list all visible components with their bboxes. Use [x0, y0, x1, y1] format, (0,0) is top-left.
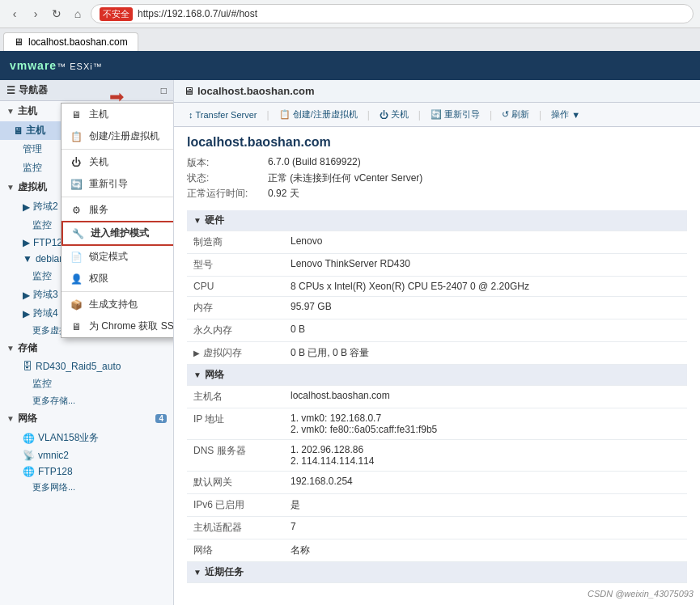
gateway-value: 192.168.0.254	[284, 472, 687, 494]
sidebar-header-label: 导航器	[19, 83, 48, 97]
status-label: 状态:	[187, 171, 260, 185]
table-row-network-name: 网络 名称	[187, 539, 687, 562]
refresh-icon: ↺	[502, 109, 509, 120]
network-expand-icon: ▼	[193, 370, 202, 379]
ctx-item-reboot[interactable]: 🔄 重新引导	[62, 173, 174, 195]
product-text: ™ ESXi™	[57, 61, 103, 71]
address-text: https://192.168.0.7/ui/#/host	[138, 8, 257, 19]
network-name-label: 网络	[187, 539, 284, 562]
vm-triangle-icon: ▼	[6, 183, 15, 192]
ctx-ssh-icon: 🖥	[70, 320, 83, 333]
active-tab[interactable]: 🖥 localhost.baoshan.com	[3, 32, 138, 51]
address-bar[interactable]: 不安全 https://192.168.0.7/ui/#/host	[91, 4, 694, 23]
ctx-item-services[interactable]: ⚙ 服务 ▶	[62, 199, 174, 221]
ipv6-value: 是	[284, 494, 687, 517]
cpu-label: CPU	[187, 277, 284, 297]
table-row-ip: IP 地址 1. vmk0: 192.168.0.7 2. vmk0: fe80…	[187, 408, 687, 440]
dns-label: DNS 服务器	[187, 440, 284, 472]
toolbar-create-vm-label: 创建/注册虚拟机	[293, 108, 358, 121]
toolbar-create-vm-btn[interactable]: 📋 创建/注册虚拟机	[273, 106, 364, 123]
reload-button[interactable]: ↻	[49, 6, 65, 22]
forward-button[interactable]: ›	[28, 6, 44, 22]
ctx-support-bundle-label: 生成支持包	[89, 298, 138, 311]
sidebar-more-network[interactable]: 更多网络...	[0, 480, 173, 495]
sidebar-item-net-vmnic2[interactable]: 📡 vmnic2	[0, 447, 173, 463]
sidebar-item-vm-kuayu3-label: 跨域3	[33, 288, 58, 302]
back-button[interactable]: ‹	[6, 6, 23, 22]
toolbar-reboot-btn[interactable]: 🔄 重新引导	[424, 106, 486, 123]
network-triangle-icon: ▼	[6, 414, 15, 423]
content-header-title: localhost.baoshan.com	[197, 85, 690, 97]
shutdown-icon: ⏻	[380, 110, 388, 120]
sidebar-item-net-vlan158[interactable]: 🌐 VLAN158业务	[0, 429, 173, 447]
toolbar-refresh-btn[interactable]: ↺ 刷新	[495, 106, 536, 123]
net-icon-ftp128: 🌐	[23, 466, 35, 477]
ctx-item-support-bundle[interactable]: 📦 生成支持包	[62, 294, 174, 315]
ctx-shutdown-icon: ⏻	[70, 156, 83, 169]
ctx-item-create-vm[interactable]: 📋 创建/注册虚拟机	[62, 125, 174, 147]
sidebar-collapse-button[interactable]: □	[161, 85, 167, 96]
vm-icon-kuayu2: ▶	[23, 201, 30, 213]
adapters-value: 7	[284, 517, 687, 539]
sidebar-group-vm-label: 虚拟机	[18, 180, 47, 194]
hardware-section-header: ▼硬件	[187, 210, 687, 231]
ctx-shutdown-label: 关机	[89, 155, 108, 169]
sidebar-item-storage-raid[interactable]: 🗄 RD430_Raid5_auto	[0, 358, 173, 374]
uptime-label: 正常运行时间:	[187, 187, 260, 201]
ctx-item-ssh[interactable]: 🖥 为 Chrome 获取 SSH	[62, 315, 174, 337]
table-row-gateway: 默认网关 192.168.0.254	[187, 472, 687, 494]
sidebar-group-network[interactable]: ▼ 网络 4	[0, 408, 173, 429]
toolbar-sep-2: |	[367, 109, 370, 121]
ctx-item-lockdown[interactable]: 📄 锁定模式 ▶	[62, 246, 174, 268]
toolbar-sep-4: |	[490, 109, 492, 121]
sidebar-item-manage-label: 管理	[23, 142, 42, 156]
sidebar-item-vm-kuayu2-monitor-label: 监控	[32, 218, 52, 232]
toolbar-transfer-label: Transfer Server	[196, 110, 257, 120]
vmware-header: vmware™ ESXi™	[0, 51, 700, 80]
adapters-label: 主机适配器	[187, 517, 284, 539]
toolbar-shutdown-btn[interactable]: ⏻ 关机	[373, 106, 415, 123]
transfer-icon: ↕	[189, 110, 193, 120]
net-icon-vlan158: 🌐	[23, 433, 35, 444]
ip-value-2: 2. vmk0: fe80::6a05:caff:fe31:f9b5	[291, 424, 681, 435]
ctx-lockdown-label: 锁定模式	[89, 250, 128, 264]
ip-label: IP 地址	[187, 408, 284, 440]
ipv6-label: IPv6 已启用	[187, 494, 284, 517]
details-title: localhost.baoshan.com	[187, 135, 687, 150]
ctx-item-maintenance[interactable]: 🔧 进入维护模式	[62, 221, 174, 246]
sidebar-more-storage[interactable]: 更多存储...	[0, 393, 173, 408]
table-row-persistent-memory: 永久内存 0 B	[187, 319, 687, 342]
ctx-item-permissions[interactable]: 👤 权限	[62, 268, 174, 290]
sidebar-item-host-icon: 🖥	[13, 125, 23, 137]
actions-dropdown-icon: ▼	[571, 110, 580, 120]
sidebar-group-storage[interactable]: ▼ 存储	[0, 338, 173, 358]
details-meta: 版本: 6.7.0 (Build 8169922) 状态: 正常 (未连接到任何…	[187, 156, 687, 201]
ctx-item-shutdown[interactable]: ⏻ 关机	[62, 151, 174, 173]
home-button[interactable]: ⌂	[70, 6, 86, 22]
sidebar-item-net-ftp128[interactable]: 🌐 FTP128	[0, 463, 173, 480]
ctx-maintenance-icon: 🔧	[71, 227, 84, 240]
triangle-icon: ▼	[6, 107, 15, 116]
vflash-value: 0 B 已用, 0 B 容量	[284, 342, 687, 365]
vmware-logo: vmware™ ESXi™	[10, 59, 103, 72]
table-row-adapters: 主机适配器 7	[187, 517, 687, 539]
watermark: CSDN @weixin_43075093	[588, 589, 694, 599]
tab-label: localhost.baoshan.com	[28, 36, 128, 48]
toolbar-reboot-label: 重新引导	[444, 108, 480, 121]
red-arrow-indicator: ➡	[109, 87, 124, 108]
table-row-dns: DNS 服务器 1. 202.96.128.86 2. 114.114.114.…	[187, 440, 687, 472]
recent-tasks-section-header: ▼近期任务	[187, 562, 687, 583]
browser-chrome: ‹ › ↻ ⌂ 不安全 https://192.168.0.7/ui/#/hos…	[0, 0, 700, 28]
vflash-expand-icon: ▶	[193, 349, 200, 358]
toolbar-transfer-server[interactable]: ↕ Transfer Server	[182, 108, 264, 122]
table-row-model: 型号 Lenovo ThinkServer RD430	[187, 254, 687, 277]
toolbar-actions-btn[interactable]: 操作 ▼	[545, 106, 587, 123]
sidebar-item-storage-raid-monitor[interactable]: 监控	[0, 374, 173, 393]
ip-value: 1. vmk0: 192.168.0.7 2. vmk0: fe80::6a05…	[284, 408, 687, 440]
ctx-separator-3	[62, 291, 174, 292]
memory-value: 95.97 GB	[284, 297, 687, 319]
cpu-value: 8 CPUs x Intel(R) Xeon(R) CPU E5-2407 0 …	[284, 277, 687, 297]
sidebar-nav-icon: ☰	[6, 85, 15, 96]
storage-triangle-icon: ▼	[6, 344, 15, 353]
sidebar-item-net-vmnic2-label: vmnic2	[38, 450, 69, 461]
